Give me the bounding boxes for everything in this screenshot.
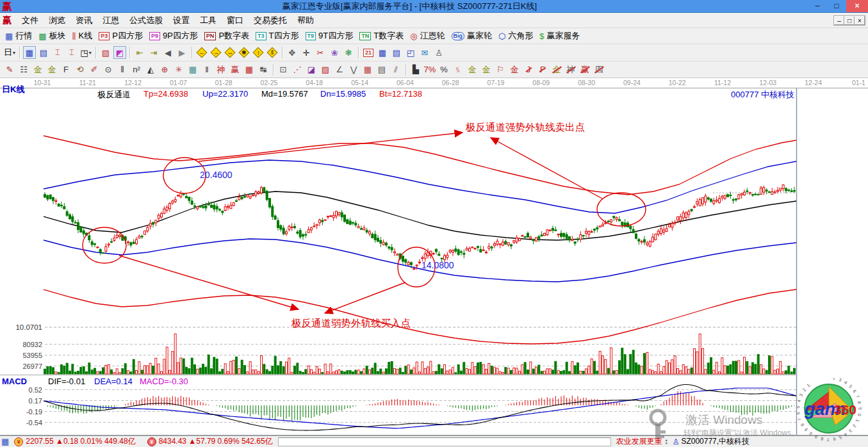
- shenzhen-index-quote[interactable]: 8434.43 ▲57.79 0.69% 542.65亿: [159, 436, 273, 447]
- draw-gold-trend-icon[interactable]: 金: [550, 63, 563, 76]
- view-notebook-icon[interactable]: ▤: [390, 46, 403, 59]
- statusbar-input-box[interactable]: [278, 437, 611, 446]
- menu-item-工具[interactable]: 工具: [195, 13, 222, 28]
- menu-item-江恩[interactable]: 江恩: [97, 13, 124, 28]
- macd-label[interactable]: MACD: [2, 377, 27, 386]
- draw-span-measure-icon[interactable]: ↹: [257, 63, 270, 76]
- view-calculator-icon[interactable]: ▦: [376, 46, 389, 59]
- draw-ruler-icon[interactable]: ⫴: [116, 63, 129, 76]
- toolbar-p-number-table-button[interactable]: PNP数字表: [202, 29, 253, 42]
- draw-four-trend-icon[interactable]: 四: [593, 63, 605, 76]
- draw-red-box-fan-icon[interactable]: ▨: [319, 63, 332, 76]
- draw-percent-icon[interactable]: %: [438, 63, 450, 76]
- draw-gold-wave-icon[interactable]: 金: [508, 63, 521, 76]
- draw-j-trend-icon[interactable]: J: [522, 63, 535, 76]
- mdi-minimize-button[interactable]: –: [834, 16, 844, 25]
- draw-compass-icon[interactable]: ✐: [88, 63, 101, 76]
- view-user-lookup-icon[interactable]: ♙: [432, 46, 445, 59]
- toolbar-9t-square-button[interactable]: T99T四方形: [303, 29, 357, 42]
- toolbar-t-square-button[interactable]: T3T四方形: [253, 29, 302, 42]
- menu-item-浏览[interactable]: 浏览: [44, 13, 70, 28]
- draw-win-trend-icon[interactable]: 赢: [578, 63, 591, 76]
- restore-button[interactable]: □: [827, 0, 846, 12]
- draw-web-grid-icon[interactable]: ▦: [186, 63, 199, 76]
- toolbar-sectors-button[interactable]: ▩板块: [36, 29, 69, 42]
- draw-purple-fan-icon[interactable]: ◪: [305, 63, 318, 76]
- draw-shen-tool-icon[interactable]: 神: [215, 63, 227, 76]
- menu-item-交易委托[interactable]: 交易委托: [249, 13, 292, 28]
- draw-gold-split-1-icon[interactable]: 金: [31, 63, 44, 76]
- view-go-next-icon[interactable]: ▶: [176, 46, 188, 59]
- draw-grid-lines-icon[interactable]: ☷: [17, 63, 30, 76]
- mdi-close-button[interactable]: ×: [855, 16, 865, 25]
- draw-kline-stat-icon[interactable]: ▙: [409, 63, 422, 76]
- view-go-last-icon[interactable]: ⇥: [147, 46, 160, 59]
- draw-parallel-lines-icon[interactable]: ⫽: [389, 63, 402, 76]
- toolbar-winner-service-button[interactable]: $赢家服务: [537, 29, 584, 42]
- toolbar-gann-wheel-button[interactable]: ◎江恩轮: [407, 29, 448, 42]
- statusbar-grid-icon[interactable]: ▦: [1, 437, 9, 446]
- draw-win-tool-icon[interactable]: 赢: [229, 63, 242, 76]
- toolbar-p-square-button[interactable]: P3P四方形: [96, 29, 147, 42]
- draw-quote-lines-icon[interactable]: ‖: [201, 63, 213, 76]
- view-save-icon[interactable]: ◰: [404, 46, 417, 59]
- draw-square-of-n-icon[interactable]: n²: [130, 63, 143, 76]
- view-pattern-a-icon[interactable]: ▧: [99, 46, 112, 59]
- toolbar-t-number-table-button[interactable]: TNT数字表: [357, 29, 407, 42]
- view-shift-left-icon[interactable]: ←: [195, 46, 208, 59]
- draw-percent-line-icon[interactable]: ﹪: [452, 63, 464, 76]
- news-ticker[interactable]: 农业发展更重: [616, 436, 662, 447]
- draw-star-web-icon[interactable]: ✳: [172, 63, 185, 76]
- view-crosshair-icon[interactable]: ✛: [300, 46, 313, 59]
- draw-window-box-icon[interactable]: ⊡: [277, 63, 290, 76]
- view-zoom-reset-icon[interactable]: ⇕: [266, 46, 279, 59]
- view-bars-9-icon[interactable]: ⌶: [65, 46, 78, 59]
- toolbar-quotes-button[interactable]: ▦行情: [3, 29, 36, 42]
- view-cut-tool-icon[interactable]: ✂: [314, 46, 327, 59]
- draw-number-grid-icon[interactable]: ▦: [243, 63, 256, 76]
- view-info-panel-icon[interactable]: ▤: [37, 46, 50, 59]
- shenzhen-index-icon[interactable]: ¥: [147, 437, 156, 446]
- menu-item-公式选股[interactable]: 公式选股: [124, 13, 168, 28]
- view-mail-icon[interactable]: ✉: [418, 46, 431, 59]
- draw-gold-level-icon[interactable]: 金: [480, 63, 493, 76]
- toolbar-kline-button[interactable]: ⫼K线: [70, 29, 97, 42]
- menu-item-窗口[interactable]: 窗口: [222, 13, 249, 28]
- shanghai-index-icon[interactable]: ¥: [14, 437, 23, 446]
- draw-percent-7-icon[interactable]: 7%: [423, 63, 436, 76]
- draw-gann-pen-icon[interactable]: ✎: [3, 63, 16, 76]
- period-label[interactable]: 日K线: [2, 84, 24, 95]
- draw-gold-coin-icon[interactable]: 金: [466, 63, 479, 76]
- toolbar-winner-wheel-button[interactable]: Big赢家轮: [449, 29, 496, 42]
- toolbar-hexagon-button[interactable]: ⬡六角形: [496, 29, 537, 42]
- draw-f-trend-icon[interactable]: F: [536, 63, 549, 76]
- view-pattern-b-icon[interactable]: ◩: [113, 46, 126, 59]
- view-period-day-icon[interactable]: 日▾: [3, 46, 16, 59]
- menu-item-设置[interactable]: 设置: [168, 13, 195, 28]
- view-chart-window-icon[interactable]: ▦: [23, 46, 36, 59]
- draw-gold-split-2-icon[interactable]: 金: [45, 63, 58, 76]
- draw-wave-check-icon[interactable]: ⋁: [347, 63, 360, 76]
- draw-ray-fan-icon[interactable]: ⋰: [291, 63, 304, 76]
- draw-angle-line-icon[interactable]: ∠: [333, 63, 346, 76]
- view-flower-tool-icon[interactable]: ❀: [328, 46, 341, 59]
- ticker-spin-buttons[interactable]: ▲▼: [665, 439, 668, 445]
- menu-item-帮助[interactable]: 帮助: [292, 13, 319, 28]
- menu-item-文件[interactable]: 文件: [17, 13, 44, 28]
- menu-item-资讯[interactable]: 资讯: [70, 13, 97, 28]
- draw-spiral-icon[interactable]: ⟲: [74, 63, 86, 76]
- shanghai-index-quote[interactable]: 2207.55 ▲0.18 0.01% 449.48亿: [26, 436, 135, 447]
- view-go-prev-icon[interactable]: ◀: [161, 46, 174, 59]
- view-web-tool-icon[interactable]: ❃: [342, 46, 355, 59]
- draw-fibonacci-icon[interactable]: F: [60, 63, 72, 76]
- close-button[interactable]: ×: [846, 0, 868, 12]
- draw-mirror-icon[interactable]: ◭: [144, 63, 157, 76]
- minimize-button[interactable]: –: [808, 0, 827, 12]
- mdi-restore-button[interactable]: □: [844, 16, 855, 25]
- view-zoom-all-icon[interactable]: ✱: [238, 46, 250, 59]
- view-pan-hand-icon[interactable]: ✥: [286, 46, 299, 59]
- view-shift-right-icon[interactable]: →: [209, 46, 222, 59]
- draw-circle-cross-icon[interactable]: ⊕: [158, 63, 171, 76]
- toolbar-9p-square-button[interactable]: P99P四方形: [147, 29, 202, 42]
- view-zoom-vertical-icon[interactable]: ↕: [252, 46, 265, 59]
